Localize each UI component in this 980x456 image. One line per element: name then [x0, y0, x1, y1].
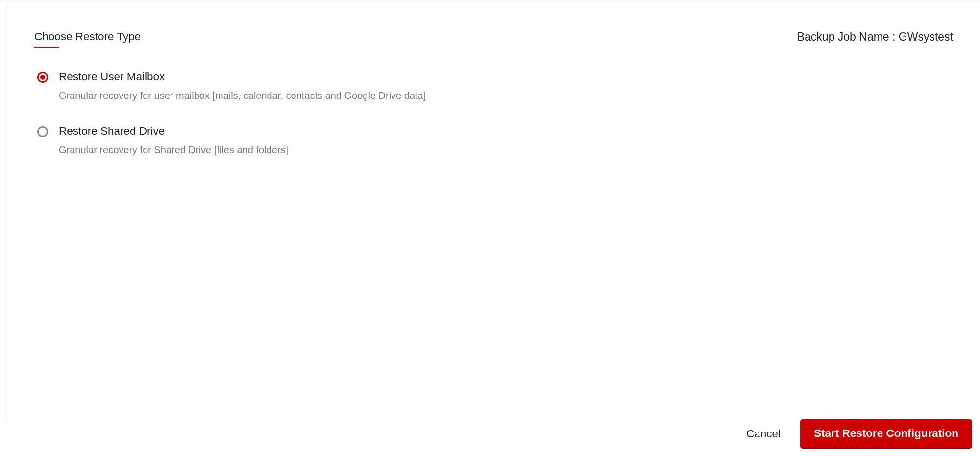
job-label: Backup Job Name : [797, 30, 899, 43]
option-title: Restore Shared Drive [59, 125, 288, 138]
radio-unselected-icon[interactable] [37, 126, 48, 137]
top-border [0, 0, 980, 0]
start-restore-configuration-button[interactable]: Start Restore Configuration [800, 419, 972, 449]
option-text: Restore Shared Drive Granular recovery f… [59, 125, 288, 156]
option-title: Restore User Mailbox [59, 71, 426, 83]
backup-job-name: Backup Job Name : GWsystest [797, 30, 953, 44]
main-panel: Choose Restore Type Backup Job Name : GW… [7, 6, 980, 423]
panel-header: Choose Restore Type Backup Job Name : GW… [34, 30, 953, 48]
job-value: GWsystest [899, 30, 953, 43]
section-title: Choose Restore Type [34, 30, 141, 48]
option-text: Restore User Mailbox Granular recovery f… [59, 71, 426, 101]
option-restore-shared-drive[interactable]: Restore Shared Drive Granular recovery f… [37, 125, 953, 156]
restore-type-options: Restore User Mailbox Granular recovery f… [34, 71, 953, 156]
footer-actions: Cancel Start Restore Configuration [746, 419, 980, 456]
radio-selected-icon[interactable] [37, 72, 48, 83]
option-desc: Granular recovery for user mailbox [mail… [59, 90, 426, 101]
option-desc: Granular recovery for Shared Drive [file… [59, 144, 288, 156]
cancel-button[interactable]: Cancel [746, 428, 781, 440]
option-restore-user-mailbox[interactable]: Restore User Mailbox Granular recovery f… [37, 71, 953, 101]
